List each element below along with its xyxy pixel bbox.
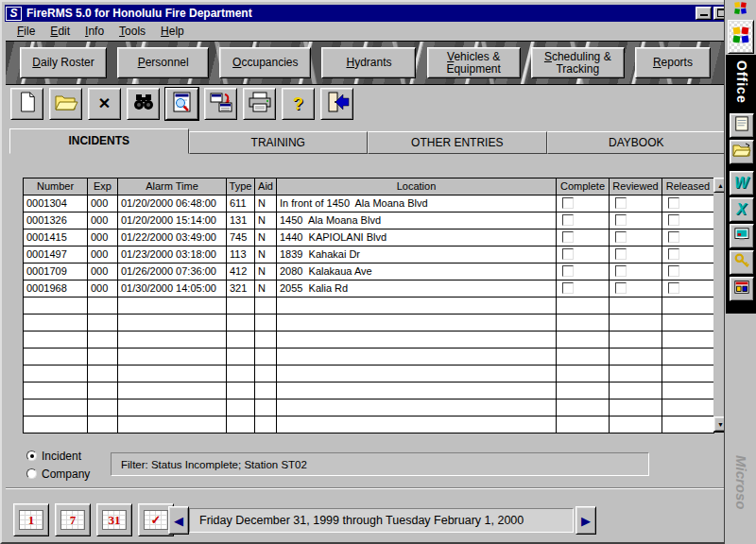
print-button[interactable] [243,88,276,120]
tab-training[interactable]: TRAINING [189,131,369,154]
exit-button[interactable] [320,88,353,120]
calendar-week-button[interactable]: 7 [55,503,91,536]
cell-released [662,264,714,280]
office-menu-button[interactable] [728,20,754,54]
nav-hydrants-button[interactable]: Hydrants [321,47,416,78]
office-new-note-button[interactable] [730,113,754,138]
calendar-month-button[interactable]: 31 [96,503,132,536]
radio-incident[interactable] [26,450,37,461]
table-row[interactable]: 0001497 000 01/23/2000 03:18:00 113 N 18… [24,246,714,264]
released-checkbox[interactable] [668,197,679,209]
export-form-button[interactable] [204,88,237,120]
arrow-up-icon: ▲ [717,182,724,189]
complete-checkbox[interactable] [562,265,574,277]
next-date-range-button[interactable]: ▶ [576,506,596,535]
reviewed-checkbox[interactable] [615,214,627,226]
tab-strip: INCIDENTS TRAINING OTHER ENTRIES DAYBOOK [9,128,726,154]
nav-vehicles-equipment-button[interactable]: Vehicles & Equipment [427,47,521,78]
tab-other-entries[interactable]: OTHER ENTRIES [368,131,547,154]
released-checkbox[interactable] [668,214,679,226]
empty-table-row [24,348,714,366]
reviewed-checkbox[interactable] [615,248,627,260]
note-icon [734,115,749,136]
office-open-document-button[interactable] [730,140,754,164]
company-radio-option[interactable]: Company [26,465,90,483]
cell-location: In front of 1450 Ala Moana Blvd [277,196,557,212]
cell-type: 113 [227,246,255,264]
date-range-display: Friday December 31, 1999 through Tuesday… [189,508,574,533]
help-button[interactable]: ? [282,88,315,120]
cell-alarm-time: 01/30/2000 14:05:00 [118,280,227,298]
cell-released [662,212,714,230]
calendar-month-icon: 31 [102,510,127,530]
titlebar[interactable]: S FireRMS 5.0 for Honolulu Fire Departme… [5,5,725,22]
released-checkbox[interactable] [668,282,679,294]
table-row[interactable]: 0001709 000 01/26/2000 07:36:00 412 N 20… [24,264,714,280]
date-bar: 1 7 31 ✓ [13,503,174,536]
menu-bar: File Edit Info Tools Help [6,23,724,40]
tab-incidents[interactable]: INCIDENTS [9,128,189,154]
complete-checkbox[interactable] [562,197,574,209]
radio-company[interactable] [26,468,37,479]
table-row[interactable]: 0001326 000 01/20/2000 15:14:00 131 N 14… [24,212,714,230]
menu-edit[interactable]: Edit [43,24,77,39]
reviewed-checkbox[interactable] [615,282,627,294]
cell-type: 611 [227,196,255,212]
office-app-button[interactable] [730,277,754,301]
incident-radio-option[interactable]: Incident [26,447,90,465]
reviewed-checkbox[interactable] [615,265,627,277]
nav-scheduling-tracking-button[interactable]: Scheduling & Tracking [531,47,625,78]
reviewed-checkbox[interactable] [615,197,627,209]
tab-daybook[interactable]: DAYBOOK [547,131,727,154]
table-row[interactable]: 0001304 000 01/20/2000 06:48:00 611 N In… [24,196,714,212]
released-checkbox[interactable] [668,231,679,243]
menu-help[interactable]: Help [153,24,192,39]
prev-date-range-button[interactable]: ◀ [168,506,189,535]
cell-number: 0001326 [24,212,88,230]
cell-location: 1450 Ala Moana Blvd [277,212,557,230]
open-record-button[interactable] [49,88,82,120]
office-app-icon [733,279,750,299]
col-location: Location [277,178,557,196]
table-row[interactable]: 0001968 000 01/30/2000 14:05:00 321 N 20… [24,280,714,298]
complete-checkbox[interactable] [562,248,574,260]
nav-personnel-button[interactable]: Personnel [117,47,209,78]
complete-checkbox[interactable] [562,214,574,226]
office-bar-body: Office W X [726,55,756,314]
calendar-day-button[interactable]: 1 [13,503,49,536]
cell-aid: N [255,246,277,264]
office-screen-button[interactable] [730,224,754,248]
complete-checkbox[interactable] [562,231,574,243]
office-excel-button[interactable]: X [730,197,754,222]
menu-tools[interactable]: Tools [112,24,153,39]
cell-location: 1839 Kahakai Dr [277,246,557,264]
office-bar-handle[interactable] [725,0,756,19]
office-key-button[interactable] [730,250,754,275]
delete-record-button[interactable]: ✕ [88,88,121,120]
table-header-row: Number Exp Alarm Time Type Aid Location … [24,178,714,196]
new-record-button[interactable] [10,88,43,120]
nav-reports-button[interactable]: Reports [635,47,711,78]
preview-button[interactable] [165,88,198,120]
find-button[interactable] [127,88,160,120]
nav-daily-roster-button[interactable]: Daily Roster [20,47,107,78]
minimize-button[interactable] [696,7,712,20]
radio-company-label: Company [42,468,90,481]
cell-complete [557,264,610,280]
cell-location: 2080 Kalakaua Ave [277,264,557,280]
cell-complete [557,230,610,246]
open-folder-icon [54,93,78,115]
complete-checkbox[interactable] [562,282,574,294]
toolbar: ✕ ? [10,88,353,120]
released-checkbox[interactable] [668,248,679,260]
menu-file[interactable]: File [9,24,43,39]
table-row[interactable]: 0001415 000 01/22/2000 03:49:00 745 N 14… [24,230,714,246]
nav-occupancies-button[interactable]: Occupancies [219,47,311,78]
released-checkbox[interactable] [668,265,679,277]
col-reviewed: Reviewed [610,178,662,196]
office-word-button[interactable]: W [730,171,754,196]
reviewed-checkbox[interactable] [615,231,627,243]
incident-table: Number Exp Alarm Time Type Aid Location … [23,178,714,434]
empty-table-row [24,366,714,382]
menu-info[interactable]: Info [77,24,112,39]
